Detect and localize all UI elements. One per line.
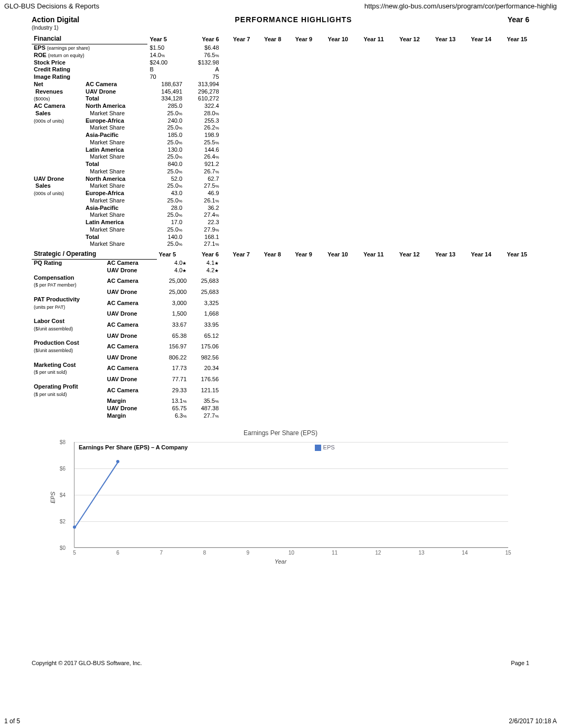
eps-chart-section: Earnings Per Share (EPS) Earnings Per Sh… <box>32 429 529 565</box>
financial-table: Financial Year 5 Year 6 Year 7 Year 8 Ye… <box>32 35 529 248</box>
financial-header: Financial <box>32 35 147 44</box>
chart-data-point <box>116 460 119 463</box>
col-year12: Year 12 <box>386 250 422 260</box>
table-row: UAV Drone 806.22982.56 <box>32 354 529 362</box>
chart-legend: EPS <box>315 444 335 451</box>
col-year14: Year 14 <box>457 35 493 44</box>
chart-x-tick: 5 <box>73 550 76 556</box>
table-row: UAV Drone 145,491296,278 <box>32 88 529 96</box>
table-row: Labor Cost ($/unit assembled) AC Camera … <box>32 318 529 333</box>
chart-y-tick: $4 <box>60 492 66 497</box>
table-row: Credit Rating BA <box>32 66 529 73</box>
col-year11: Year 11 <box>350 250 386 260</box>
chart-x-tick: 9 <box>247 550 250 556</box>
table-row: Market Share 25.026.4 <box>32 153 529 161</box>
col-year11: Year 11 <box>350 35 386 44</box>
col-year5: Year 5 <box>157 250 189 260</box>
chart-x-tick: 13 <box>418 550 424 556</box>
report-content: Action Digital PERFORMANCE HIGHLIGHTS Ye… <box>0 15 561 565</box>
col-year10: Year 10 <box>314 35 350 44</box>
legend-label: EPS <box>323 444 335 450</box>
browser-header: GLO-BUS Decisions & Reports https://new.… <box>0 0 561 15</box>
col-year6: Year 6 <box>184 35 221 44</box>
col-year8: Year 8 <box>252 250 283 260</box>
chart-x-tick: 12 <box>375 550 381 556</box>
chart-section-title: Earnings Per Share (EPS) <box>32 429 529 437</box>
chart-x-tick: 11 <box>332 550 338 556</box>
table-row: Latin America 130.0144.6 <box>32 146 529 154</box>
table-row: Compensation ($ per PAT member) AC Camer… <box>32 274 529 289</box>
table-row: UAV Drone 1,5001,668 <box>32 310 529 318</box>
chart-y-tick: $8 <box>60 439 66 445</box>
table-row: ROE (return on equity) 14.076.5 <box>32 52 529 59</box>
table-row: Market Share 25.027.4 <box>32 211 529 219</box>
table-row: Operating Profit ($ per unit sold) AC Ca… <box>32 383 529 398</box>
chart-y-axis-label: EPS <box>50 492 56 503</box>
chart-inner-title: Earnings Per Share (EPS) – A Company <box>79 444 188 450</box>
table-row: AC Camera Sales(000s of units) North Ame… <box>32 103 529 110</box>
col-year8: Year 8 <box>252 35 283 44</box>
table-row: Production Cost ($/unit assembled) AC Ca… <box>32 339 529 354</box>
table-row: UAV Drone 77.71176.56 <box>32 376 529 383</box>
col-year7: Year 7 <box>221 250 252 260</box>
table-row: Total 334,128610,272 <box>32 95 529 103</box>
table-row: PQ Rating AC Camera 4.04.1 <box>32 260 529 267</box>
report-title: PERFORMANCE HIGHLIGHTS <box>235 15 352 24</box>
eps-chart: Earnings Per Share (EPS) – A Company EPS… <box>74 442 508 548</box>
col-year9: Year 9 <box>283 35 314 44</box>
col-year12: Year 12 <box>386 35 422 44</box>
table-row: Latin America 17.022.3 <box>32 219 529 226</box>
table-row: Market Share 25.026.2 <box>32 124 529 132</box>
title-row: Action Digital PERFORMANCE HIGHLIGHTS Ye… <box>32 15 529 24</box>
table-row: Asia-Pacific 185.0198.9 <box>32 132 529 139</box>
chart-y-tick: $0 <box>60 545 66 550</box>
table-row: Net Revenues($000s) AC Camera 188,637313… <box>32 81 529 88</box>
table-row: UAV Drone 65.75487.38 <box>32 405 529 412</box>
table-row: UAV Drone Sales(000s of units) North Ame… <box>32 176 529 183</box>
header-right: https://new.glo-bus.com/users/program/co… <box>364 2 557 10</box>
legend-swatch-icon <box>315 445 321 451</box>
table-row: Marketing Cost ($ per unit sold) AC Came… <box>32 362 529 376</box>
table-row: UAV Drone 25,00025,683 <box>32 289 529 296</box>
table-row: Stock Price $24.00$132.98 <box>32 59 529 67</box>
chart-x-tick: 10 <box>288 550 294 556</box>
chart-y-tick: $6 <box>60 465 66 471</box>
table-row: Europe-Africa 240.0255.3 <box>32 117 529 125</box>
chart-x-axis-label: Year <box>32 558 529 565</box>
chart-x-tick: 7 <box>160 550 163 556</box>
industry-label: (Industry 1) <box>32 25 529 31</box>
table-row: Market Share 25.027.1 <box>32 241 529 248</box>
table-row: UAV Drone 65.3865.12 <box>32 333 529 340</box>
copyright: Copyright © 2017 GLO-BUS Software, Inc. <box>32 660 142 666</box>
table-row: Margin 13.135.5 <box>32 398 529 405</box>
table-row: Total 140.0168.1 <box>32 234 529 241</box>
col-year15: Year 15 <box>493 250 529 260</box>
chart-x-tick: 14 <box>462 550 467 556</box>
table-row: Total 840.0921.2 <box>32 161 529 168</box>
chart-line-segment <box>74 462 118 529</box>
chart-x-tick: 15 <box>505 550 511 556</box>
current-year: Year 6 <box>508 15 529 24</box>
chart-x-tick: 8 <box>203 550 207 556</box>
company-name: Action Digital <box>32 15 79 24</box>
col-year13: Year 13 <box>422 35 458 44</box>
page-footer: Copyright © 2017 GLO-BUS Software, Inc. … <box>0 660 561 666</box>
chart-x-tick: 6 <box>116 550 119 556</box>
chart-y-tick: $2 <box>60 518 66 524</box>
table-row: Market Share 25.026.1 <box>32 197 529 205</box>
table-row: Market Share 25.025.5 <box>32 139 529 146</box>
col-year9: Year 9 <box>283 250 314 260</box>
col-year15: Year 15 <box>493 35 529 44</box>
strategic-header: Strategic / Operating <box>32 250 157 260</box>
table-row: Market Share 25.026.7 <box>32 168 529 176</box>
table-row: Image Rating 7075 <box>32 73 529 81</box>
col-year13: Year 13 <box>422 250 457 260</box>
table-row: UAV Drone 4.04.2 <box>32 267 529 274</box>
table-row: EPS (earnings per share) $1.50$6.48 <box>32 44 529 52</box>
table-row: Margin 6.327.7 <box>32 412 529 420</box>
col-year5: Year 5 <box>147 35 184 44</box>
col-year6: Year 6 <box>189 250 221 260</box>
col-year14: Year 14 <box>457 250 493 260</box>
table-row: PAT Productivity (units per PAT) AC Came… <box>32 296 529 311</box>
col-year10: Year 10 <box>314 250 350 260</box>
